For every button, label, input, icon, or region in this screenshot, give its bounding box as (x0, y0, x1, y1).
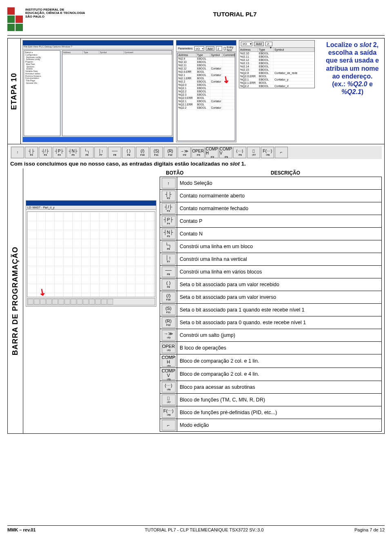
botao-descricao-row: ┤P├F4Contato P (160, 215, 382, 228)
toolbar-button-icon: COMP H↑F4 (162, 356, 176, 367)
toolbar-button[interactable]: COMP V↑F5 (219, 147, 232, 158)
botao-descricao-row: ┤/├F3Contato normalmente fechado (160, 202, 382, 215)
pl7-variables-grid: Address Type Symbol Comment (62, 50, 172, 136)
botao-descricao-text: Seta o bit associado para um valor inver… (177, 291, 382, 304)
toolbar-button-icon: ┤├F2 (162, 191, 176, 201)
botao-descricao-text: Contato N (177, 228, 382, 240)
toolbar-button[interactable]: COMP H↑F4 (205, 147, 218, 158)
variable-row: %Q2.2EBOOLContator_d (239, 85, 314, 88)
botao-descricao-row: ( )F9Seta o bit associado para um valor … (160, 278, 382, 291)
botao-descricao-row: (S)F11Seta o bit associado para 1 quando… (160, 304, 382, 316)
institute-logo: INSTITUTO FEDERAL DE EDUCAÇÃO, CIÊNCIA E… (7, 7, 85, 31)
botao-descricao-text: Modo Seleção (177, 177, 382, 190)
pl7-menubar: File Edit View PLC Debug Options Window … (23, 45, 173, 49)
toolbar-button[interactable]: │↕F7 (94, 147, 107, 158)
toolbar-button-icon: │↕F7 (162, 254, 176, 265)
ladder-editor-screenshot: LD: MAST - Part_d_y ↘ (26, 200, 156, 307)
variable-row: %I2.10EBOOL (178, 61, 235, 64)
botao-descricao-row: OPER↑F3B loco de operações (160, 342, 382, 354)
slot-number-field[interactable]: 2 (216, 46, 222, 51)
variables-window-screenshot: Parameters I/O Add 2 Entry field Address… (176, 40, 236, 142)
botao-descricao-text: Constrói uma linha na vertical (177, 253, 382, 266)
toolbar-button-icon: ──F8 (162, 267, 176, 277)
toolbar-button[interactable]: └┐F6 (80, 147, 94, 158)
document-title: TUTORIAL PL7 (85, 11, 385, 18)
botao-descricao-text: Seta o bit associado para um valor receb… (177, 278, 382, 291)
toolbar-button[interactable]: ┤P├F4 (53, 147, 66, 158)
botao-descricao-row: ┤N├F5Contato N (160, 228, 382, 240)
variable-row: %I2.12EBOOLContator_de_rede (178, 67, 235, 70)
barra-label: BARRA DE PROGRAMAÇÃO (11, 247, 20, 355)
variables-toolbar: Parameters I/O Add 2 Entry field (176, 45, 236, 52)
botao-descricao-text: Bloco de comparação 2 col. e 4 lin. (177, 368, 382, 381)
toolbar-button[interactable]: →≫↑F2 (178, 147, 191, 158)
toolbar-button[interactable]: ┤N├F5 (67, 147, 80, 158)
variable-row: %I2.2EBOOLContator_d (178, 80, 235, 83)
toolbar-button[interactable]: F(⋯)↑F8 (261, 147, 274, 158)
toolbar-button[interactable]: ┤/├F3 (39, 147, 52, 158)
inset-add-button[interactable]: Add (254, 42, 264, 46)
toolbar-button[interactable]: ↑ (11, 147, 24, 158)
institute-name: INSTITUTO FEDERAL DE EDUCAÇÃO, CIÊNCIA E… (25, 8, 85, 18)
toolbar-button-icon: ⟨⋯⟩↑F6 (162, 382, 176, 392)
botao-descricao-table: ↑Modo Seleção┤├F2Contato normalmente abe… (160, 177, 382, 432)
inset-slot-field[interactable]: 2: (265, 42, 272, 46)
botao-descricao-row: COMP H↑F4Bloco de comparação 2 col. e 1 … (160, 354, 382, 368)
barra-programacao-row: BARRA DE PROGRAMAÇÃO BOTÃO DESCRIÇÃO LD:… (7, 168, 385, 434)
botao-descricao-row: (R)F12Seta o bit associado para 0 quando… (160, 316, 382, 329)
toolbar-button[interactable]: ┤├F2 (25, 147, 38, 158)
toolbar-button-icon: └┐F6 (162, 241, 176, 252)
toolbar-button[interactable]: ⌷↑F7 (247, 147, 260, 158)
variable-row: %Q2.0.ERRBOOL (239, 75, 314, 78)
pl7-toolbar-strip: ↑┤├F2┤/├F3┤P├F4┤N├F5└┐F6│↕F7──F8( )F9(/)… (10, 146, 382, 159)
instruction-text: Localize o slot 2, escolha a saída que s… (322, 40, 383, 142)
botao-descricao-text: Bloco de funções pré-definidas (PID, etc… (177, 406, 382, 419)
toolbar-strip-cell: ↑┤├F2┤/├F3┤P├F4┤N├F5└┐F6│↕F7──F8( )F9(/)… (7, 144, 385, 168)
variable-row: %I2.10EBOOL (239, 52, 314, 55)
botao-descricao-text: Bloco de comparação 2 col. e 1 lin. (177, 354, 382, 368)
variable-row: %I2.0.ERRBOOL (178, 70, 235, 74)
toolbar-button-icon: (R)F12 (162, 317, 176, 328)
variable-row: %Q2.3EBOOL (178, 93, 235, 96)
add-button[interactable]: Add (206, 46, 214, 51)
pl7-main-screenshot: File Edit View PLC Debug Options Window … (22, 40, 174, 142)
barra-label-cell: BARRA DE PROGRAMAÇÃO (8, 168, 23, 433)
toolbar-button[interactable]: ( )F9 (122, 147, 135, 158)
botao-descricao-text: Contato normalmente fechado (177, 202, 382, 215)
variable-row: %Q2.1EBOOL (178, 87, 235, 90)
toolbar-button-icon: ⌷↑F7 (162, 395, 176, 405)
botao-descricao-text: Modo edição (177, 419, 382, 432)
toolbar-button[interactable]: ⌐ (275, 147, 288, 158)
toolbar-button-icon: ┤/├F3 (162, 203, 176, 214)
footer-page: Pagina 7 de 12 (336, 527, 385, 532)
toolbar-button-icon: COMP V↑F5 (162, 369, 176, 380)
botao-descricao-row: └┐F6Constrói uma linha em um bloco (160, 240, 382, 253)
footer-title: TUTORIAL PL7 - CLP TELEMECANIQUE TSX3722… (73, 527, 336, 532)
toolbar-caption: Com isso concluímos que no nosso caso, a… (10, 161, 382, 167)
entry-field-checkbox[interactable] (224, 47, 226, 50)
botao-descricao-text: Seta o bit associado para 0 quando. este… (177, 316, 382, 329)
toolbar-button-icon: ┤N├F5 (162, 229, 176, 239)
variable-row: %I2.14EBOOL (239, 65, 314, 68)
variable-row: %I2.1EBOOLContator_y (178, 74, 235, 77)
toolbar-button[interactable]: (R)F12 (164, 147, 177, 158)
pl7-project-tree: Station ▸ Configuration Hardware config … (24, 50, 60, 136)
botao-descricao-row: →≫↑F2Constrói um salto (jump) (160, 329, 382, 342)
toolbar-button[interactable]: (S)F11 (150, 147, 163, 158)
io-module-combo[interactable]: I/O (194, 46, 204, 51)
botao-descricao-row: ⌷↑F7Bloco de funções (TM, C, MN, R, DR) (160, 394, 382, 406)
toolbar-button[interactable]: (/)F10 (136, 147, 149, 158)
ladder-mini-toolbar (27, 298, 155, 305)
toolbar-button[interactable]: ⟨⋯⟩↑F6 (233, 147, 246, 158)
page-footer: MMK – rev.01 TUTORIAL PL7 - CLP TELEMECA… (0, 525, 392, 532)
toolbar-button[interactable]: ──F8 (108, 147, 121, 158)
variable-row: %Q2.2EBOOLContator_d (178, 106, 235, 110)
botao-descricao-text: Bloco de funções (TM, C, MN, R, DR) (177, 394, 382, 406)
variable-row: %I2.9EBOOL (178, 57, 235, 61)
inset-io-combo[interactable]: I/O (241, 42, 252, 46)
toolbar-button-icon: (/)F10 (162, 292, 176, 303)
botao-descricao-text: B loco de operações (177, 342, 382, 354)
toolbar-button[interactable]: OPER↑F3 (192, 147, 205, 158)
variable-row: %I2.12EBOOL (239, 58, 314, 62)
toolbar-button-icon: ⌐ (162, 420, 176, 430)
